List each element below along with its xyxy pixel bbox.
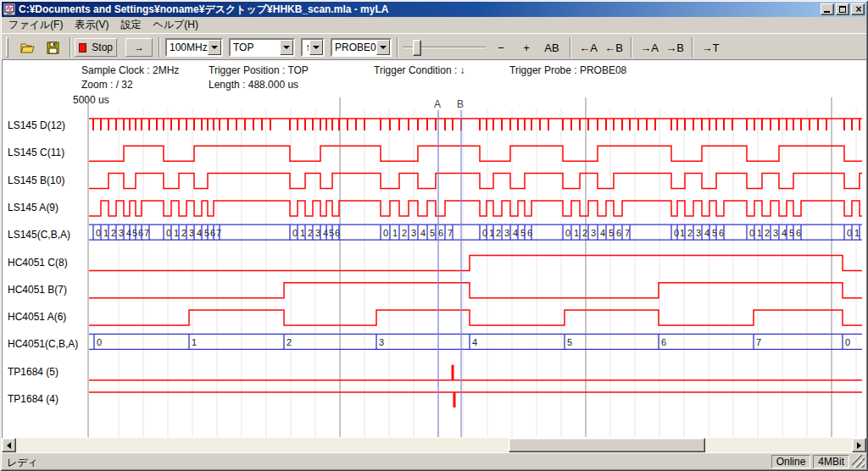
bus-value-label: 6	[138, 228, 143, 238]
window-title: C:¥Documents and Settings¥noname¥デスクトップ¥…	[19, 3, 821, 17]
zoom-ab-button[interactable]: AB	[539, 38, 565, 57]
bus-value-label: 7	[144, 228, 149, 238]
bus-value-label: 3	[379, 337, 384, 347]
horizontal-scrollbar[interactable]	[2, 438, 866, 452]
waveform-row-ls145-d-12-	[89, 119, 862, 130]
bus-value-label: 5	[329, 228, 334, 238]
bus-value-label: 3	[591, 228, 596, 238]
stop-button[interactable]: Stop	[75, 38, 117, 57]
floppy-disk-icon	[47, 42, 59, 54]
scrollbar-thumb[interactable]	[509, 438, 705, 452]
menu-view[interactable]: 表示(V)	[69, 16, 114, 34]
bus-value-label: 0	[96, 228, 101, 238]
bus-value-label: 3	[696, 228, 701, 238]
bus-value-label: 2	[582, 228, 587, 238]
scroll-right-button[interactable]	[852, 438, 866, 452]
waveform-row-ls145-c-11-	[89, 146, 862, 161]
trigger-position-combo[interactable]: TOP	[229, 38, 295, 57]
sample-rate-combo[interactable]: 100MHz	[165, 38, 223, 57]
open-file-button[interactable]	[16, 37, 40, 58]
zoom-slider-handle[interactable]	[413, 40, 421, 56]
zoom-out-button[interactable]: −	[490, 38, 512, 57]
jump-left-b-button[interactable]: ←B	[602, 38, 626, 57]
menu-help[interactable]: ヘルプ(H)	[147, 16, 204, 34]
bus-value-label: 1	[680, 228, 685, 238]
bus-value-label: 5	[567, 337, 572, 347]
save-file-button[interactable]	[41, 37, 64, 58]
bus-value-label: 1	[854, 228, 860, 238]
bus-value-label: 4	[472, 337, 477, 347]
bus-value-label: 0	[674, 228, 679, 238]
trigger-probe-combo[interactable]: PROBE00	[331, 38, 392, 57]
stop-icon	[79, 43, 86, 53]
waveform-panel[interactable]: Sample Clock : 2MHz Trigger Position : T…	[2, 60, 866, 438]
bus-value-label: 4	[600, 228, 605, 238]
bus-value-label: 0	[845, 337, 850, 347]
bus-value-label: 1	[174, 228, 179, 238]
bus-value-label: 1	[574, 228, 579, 238]
maximize-icon	[839, 6, 846, 13]
bus-value-label: 6	[796, 228, 801, 238]
status-bar: レディ Online 4MBit	[2, 452, 866, 469]
trigger-position-dropdown-button[interactable]	[280, 40, 293, 55]
title-bar[interactable]: C:¥Documents and Settings¥noname¥デスクトップ¥…	[2, 2, 866, 17]
maximize-button[interactable]	[836, 3, 849, 15]
bus-value-label: 6	[438, 228, 443, 238]
bus-value-label: 2	[496, 228, 501, 238]
waveform-plot[interactable]: 0123456701234567012345601234567012345601…	[3, 60, 866, 438]
bus-value-label: 4	[704, 228, 709, 238]
bus-value-label: 2	[687, 228, 693, 238]
bus-value-label: 5	[204, 228, 209, 238]
close-button[interactable]: ×	[851, 3, 865, 15]
trigger-edge-combo[interactable]: ↑	[301, 38, 325, 57]
resize-grip[interactable]	[852, 455, 865, 468]
menu-settings[interactable]: 設定	[114, 16, 147, 34]
jump-right-a-button[interactable]: →A	[637, 38, 661, 57]
toolbar-grip	[6, 37, 8, 58]
toolbar-separator	[570, 37, 571, 58]
trigger-edge-dropdown-button[interactable]	[309, 40, 323, 55]
minimize-button[interactable]	[821, 3, 834, 15]
triangle-right-icon	[857, 442, 861, 449]
bus-value-label: 7	[216, 228, 221, 238]
bus-value-label: 6	[210, 228, 215, 238]
trigger-edge-value: ↑	[303, 42, 309, 53]
menu-file[interactable]: ファイル(F)	[3, 16, 69, 34]
bus-value-label: 7	[448, 228, 453, 238]
bus-value-label: 3	[189, 228, 194, 238]
trigger-probe-dropdown-button[interactable]	[376, 40, 390, 55]
minimize-icon	[824, 11, 830, 13]
jump-right-b-button[interactable]: →B	[663, 38, 687, 57]
zoom-in-button[interactable]: +	[515, 38, 537, 57]
bus-value-label: 0	[292, 228, 298, 238]
bus-value-label: 4	[323, 228, 328, 238]
bus-value-label: 0	[97, 337, 102, 347]
bus-value-label: 2	[181, 228, 186, 238]
waveform-row-tp1684-5-	[89, 365, 862, 380]
waveform-row-ls145-b-10-	[89, 174, 862, 189]
bus-value-label: 2	[308, 228, 313, 238]
bus-value-label: 2	[111, 228, 116, 238]
chevron-down-icon	[380, 46, 387, 49]
memory-size-badge: 4MBit	[813, 455, 849, 468]
run-button[interactable]: →	[125, 38, 153, 57]
sample-rate-dropdown-button[interactable]	[208, 40, 221, 55]
jump-left-a-button[interactable]: ←A	[576, 38, 600, 57]
waveform-row-ls145-c-b-a-: 0123456701234567012345601234567012345601…	[89, 224, 862, 240]
bus-value-label: 6	[616, 228, 621, 238]
toolbar-separator	[70, 37, 71, 58]
close-icon: ×	[852, 3, 865, 15]
bus-value-label: 4	[782, 228, 787, 238]
toolbar: Stop → 100MHz TOP ↑ PROBE00 − + AB ←	[2, 33, 866, 60]
bus-value-label: 0	[565, 228, 570, 238]
bus-value-label: 7	[625, 228, 630, 238]
bus-value-label: 5	[132, 228, 137, 238]
app-window: C:¥Documents and Settings¥noname¥デスクトップ¥…	[0, 0, 868, 471]
zoom-slider[interactable]	[403, 47, 486, 48]
toolbar-separator	[631, 37, 632, 58]
scroll-left-button[interactable]	[2, 438, 16, 452]
bus-value-label: 0	[749, 228, 754, 238]
waveform-row-hc4051-a-6-	[89, 310, 862, 325]
jump-trigger-button[interactable]: →T	[698, 38, 722, 57]
bus-value-label: 1	[103, 228, 108, 238]
